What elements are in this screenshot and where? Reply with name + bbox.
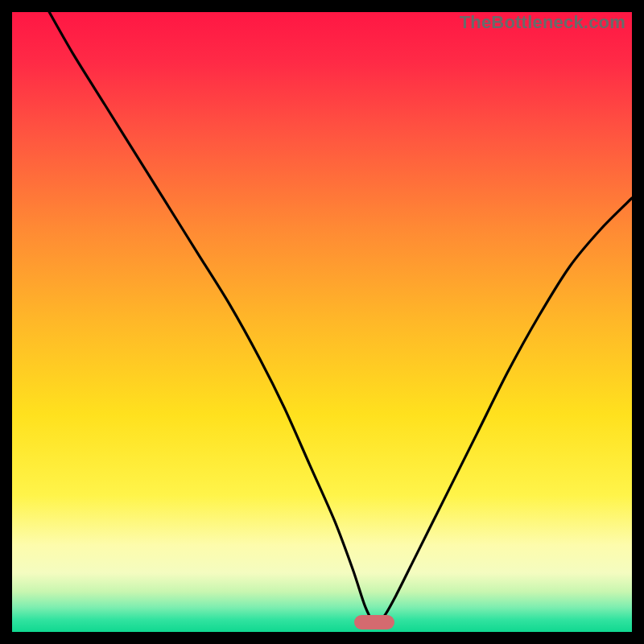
plot-area: TheBottleneck.com <box>12 12 632 632</box>
optimal-point-marker <box>354 615 394 630</box>
watermark-text: TheBottleneck.com <box>460 12 625 33</box>
bottleneck-curve <box>12 12 632 632</box>
chart-frame: TheBottleneck.com <box>0 0 644 644</box>
